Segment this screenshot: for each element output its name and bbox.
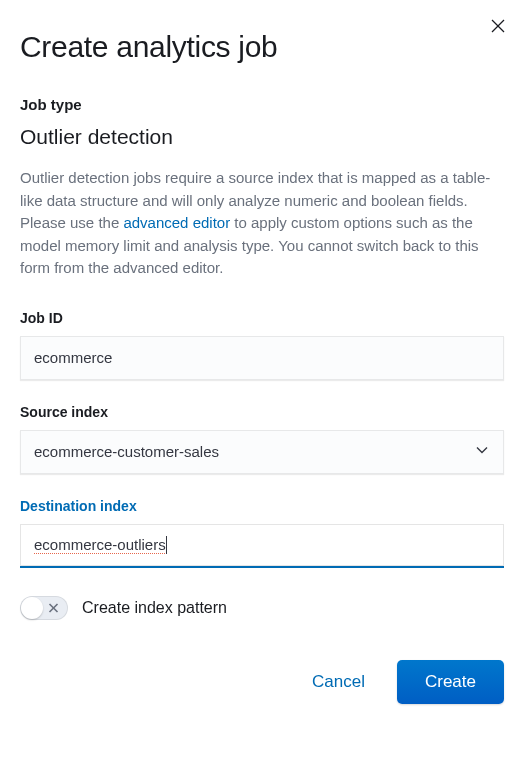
- create-index-pattern-label: Create index pattern: [82, 599, 227, 617]
- source-index-label: Source index: [20, 404, 504, 420]
- create-button[interactable]: Create: [397, 660, 504, 704]
- source-index-value: ecommerce-customer-sales: [34, 443, 219, 460]
- destination-index-value: ecommerce-outliers: [34, 536, 166, 553]
- job-type-value: Outlier detection: [20, 125, 504, 149]
- job-id-label: Job ID: [20, 310, 504, 326]
- job-id-input[interactable]: [20, 336, 504, 380]
- advanced-editor-link[interactable]: advanced editor: [123, 214, 230, 231]
- source-index-select[interactable]: ecommerce-customer-sales: [20, 430, 504, 474]
- close-icon[interactable]: [490, 18, 506, 34]
- job-type-label: Job type: [20, 96, 504, 113]
- destination-index-label: Destination index: [20, 498, 504, 514]
- cancel-button[interactable]: Cancel: [300, 662, 377, 702]
- dialog-title: Create analytics job: [20, 30, 504, 64]
- toggle-thumb: [21, 597, 43, 619]
- destination-index-input[interactable]: ecommerce-outliers: [20, 524, 504, 568]
- text-cursor: [166, 536, 167, 554]
- job-type-description: Outlier detection jobs require a source …: [20, 167, 504, 280]
- toggle-off-icon: [48, 602, 59, 613]
- create-index-pattern-toggle[interactable]: [20, 596, 68, 620]
